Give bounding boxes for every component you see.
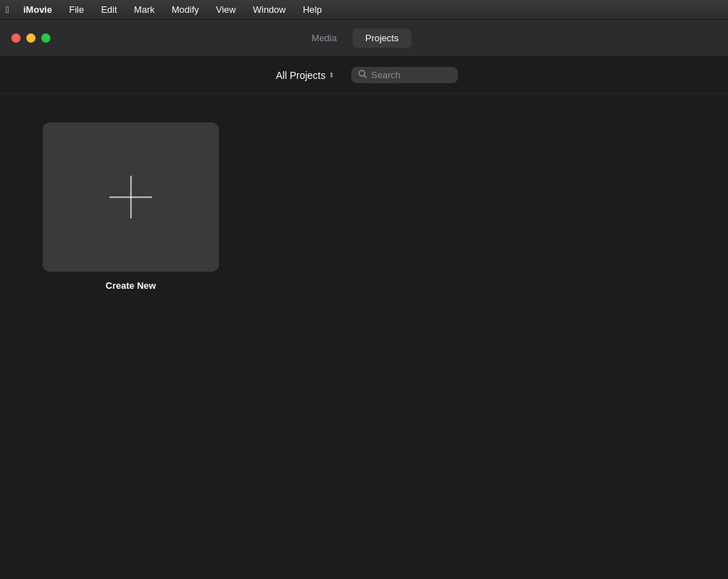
plus-icon <box>109 176 152 218</box>
plus-vertical-bar <box>130 176 132 218</box>
search-icon <box>358 70 367 80</box>
create-new-card[interactable]: Create New <box>43 122 219 291</box>
menu-imovie[interactable]: iMovie <box>21 3 55 16</box>
menu-help[interactable]: Help <box>300 3 325 16</box>
search-box <box>351 67 458 83</box>
window-controls <box>11 33 50 43</box>
chevron-updown-icon: ⬍ <box>328 71 334 79</box>
create-new-label: Create New <box>106 280 156 291</box>
window-close-button[interactable] <box>11 33 21 43</box>
menu-file[interactable]: File <box>66 3 87 16</box>
menu-mark[interactable]: Mark <box>132 3 158 16</box>
all-projects-label: All Projects <box>276 70 326 81</box>
search-input[interactable] <box>371 70 451 80</box>
window-maximize-button[interactable] <box>41 33 50 43</box>
menu-modify[interactable]: Modify <box>168 3 201 16</box>
tab-media[interactable]: Media <box>299 28 349 48</box>
title-bar: Media Projects <box>0 20 728 57</box>
menu-view[interactable]: View <box>213 3 239 16</box>
menu-bar:  iMovie File Edit Mark Modify View Wind… <box>0 0 728 20</box>
window-minimize-button[interactable] <box>26 33 36 43</box>
menu-window[interactable]: Window <box>250 3 289 16</box>
projects-grid: Create New <box>43 122 685 291</box>
title-bar-tabs: Media Projects <box>299 28 411 48</box>
create-new-thumbnail[interactable] <box>43 122 219 272</box>
tab-projects[interactable]: Projects <box>353 28 412 48</box>
all-projects-button[interactable]: All Projects ⬍ <box>270 67 340 84</box>
apple-menu[interactable]:  <box>6 4 9 15</box>
toolbar: All Projects ⬍ <box>0 57 728 94</box>
svg-line-1 <box>364 75 366 78</box>
main-content: Create New <box>0 94 728 579</box>
menu-edit[interactable]: Edit <box>98 3 119 16</box>
